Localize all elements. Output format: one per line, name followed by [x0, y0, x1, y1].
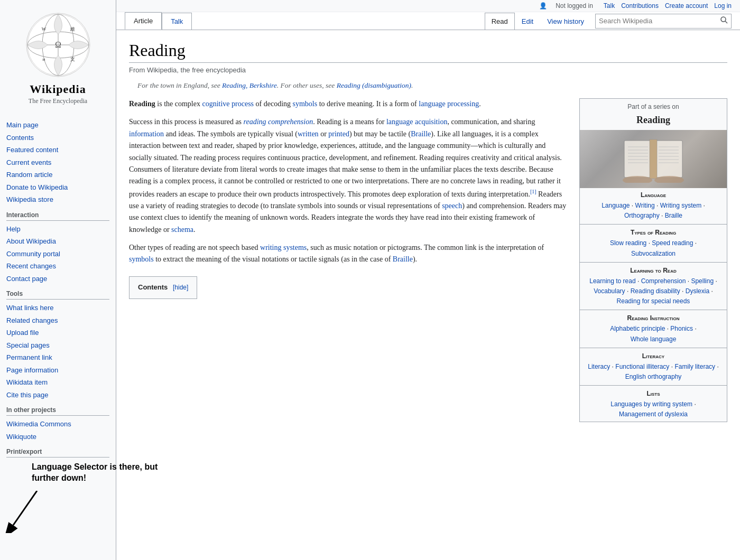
braille-link[interactable]: Braille	[411, 130, 431, 138]
talk-link[interactable]: Talk	[604, 2, 615, 10]
reading-disambiguation-link[interactable]: Reading (disambiguation)	[337, 81, 411, 89]
sidebar-item-help[interactable]: Help	[6, 223, 109, 236]
create-account-link[interactable]: Create account	[665, 2, 708, 10]
search-input[interactable]	[599, 17, 720, 25]
not-logged-in: Not logged in	[556, 2, 593, 10]
citation-1-link[interactable]: [1]	[530, 189, 536, 194]
sidebar-item-community[interactable]: Community portal	[6, 248, 109, 260]
annotation-arrow-icon	[5, 491, 48, 533]
view-tabs-and-search: Read Edit View history	[485, 12, 732, 30]
infobox-link-slow-reading[interactable]: Slow reading	[610, 239, 646, 247]
sidebar-item-wikiquote[interactable]: Wikiquote	[6, 431, 109, 443]
reading-berkshire-link[interactable]: Reading, Berkshire	[222, 81, 277, 89]
symbols-link[interactable]: symbols	[293, 100, 318, 108]
infobox-link-orthography[interactable]: Orthography	[624, 212, 660, 219]
printed-link[interactable]: printed	[328, 130, 349, 138]
infobox-separator-4	[580, 348, 727, 348]
language-processing-link[interactable]: language processing	[419, 100, 479, 108]
search-button[interactable]	[720, 16, 728, 25]
infobox-link-functional-illiteracy[interactable]: Functional illiteracy	[615, 363, 669, 370]
braille-link-2[interactable]: Braille	[393, 255, 413, 263]
tab-read[interactable]: Read	[485, 13, 515, 30]
writing-systems-link[interactable]: writing systems	[260, 244, 307, 251]
sidebar-item-page-info[interactable]: Page information	[6, 364, 109, 377]
infobox-link-spelling[interactable]: Spelling	[691, 277, 714, 285]
infobox-link-reading-disability[interactable]: Reading disability	[631, 287, 680, 295]
sidebar-item-permanent[interactable]: Permanent link	[6, 351, 109, 364]
infobox-link-languages-writing[interactable]: Languages by writing system	[610, 400, 692, 408]
infobox-link-comprehension[interactable]: Comprehension	[641, 277, 686, 285]
svg-rect-17	[650, 139, 657, 179]
infobox-link-vocabulary[interactable]: Vocabulary	[594, 287, 625, 295]
infobox-section-instruction: Reading Instruction	[580, 311, 727, 323]
paragraph-2: Success in this process is measured as r…	[129, 116, 569, 236]
sidebar-item-random[interactable]: Random article	[6, 169, 109, 181]
infobox-link-braille[interactable]: Braille	[665, 212, 682, 219]
infobox-link-alphabetic[interactable]: Alphabetic principle	[610, 325, 665, 332]
tab-view-history[interactable]: View history	[540, 13, 591, 30]
speech-link[interactable]: speech	[442, 202, 462, 210]
annotation-text: Language Selector is there, but further …	[32, 462, 158, 484]
sidebar-item-recent-changes[interactable]: Recent changes	[6, 260, 109, 273]
sidebar-item-contents[interactable]: Contents	[6, 132, 109, 144]
infobox-link-phonics[interactable]: Phonics	[670, 325, 693, 332]
sidebar-item-what-links[interactable]: What links here	[6, 302, 109, 314]
login-link[interactable]: Log in	[714, 2, 732, 10]
infobox-separator-3	[580, 310, 727, 310]
sidebar-item-special[interactable]: Special pages	[6, 339, 109, 352]
sidebar-item-commons[interactable]: Wikimedia Commons	[6, 418, 109, 431]
annotation-area: Language Selector is there, but further …	[0, 462, 116, 536]
schema-link[interactable]: schema	[171, 226, 193, 234]
cognitive-process-link[interactable]: cognitive process	[202, 100, 254, 108]
infobox-link-management-dyslexia[interactable]: Management of dyslexia	[619, 410, 688, 418]
sidebar-item-store[interactable]: Wikipedia store	[6, 193, 109, 206]
infobox-title: Reading	[580, 115, 727, 130]
contributions-link[interactable]: Contributions	[621, 2, 659, 10]
infobox-link-special-needs[interactable]: Reading for special needs	[617, 297, 690, 305]
infobox-link-english-orthography[interactable]: English orthography	[625, 373, 682, 380]
sidebar-item-featured[interactable]: Featured content	[6, 144, 109, 156]
content-area: Reading From Wikipedia, the free encyclo…	[116, 30, 740, 560]
symbols-link-2[interactable]: symbols	[129, 255, 154, 263]
sidebar-item-related-changes[interactable]: Related changes	[6, 314, 109, 327]
reading-comprehension-link[interactable]: reading comprehension	[244, 118, 313, 126]
infobox-section-learning: Learning to Read	[580, 264, 727, 275]
infobox-row-language: Language · Writing · Writing system · Or…	[580, 200, 727, 223]
tab-article[interactable]: Article	[125, 12, 162, 30]
svg-text:и: и	[42, 57, 45, 62]
written-link[interactable]: written	[298, 130, 319, 138]
language-acquisition-link[interactable]: language acquisition	[386, 118, 447, 126]
nav-section-main: Main page Contents Featured content Curr…	[0, 116, 116, 208]
article-text: Reading is the complex cognitive process…	[129, 98, 569, 422]
infobox-image	[580, 130, 727, 188]
infobox-link-literacy[interactable]: Literacy	[588, 363, 610, 370]
sidebar-item-current-events[interactable]: Current events	[6, 156, 109, 169]
infobox-link-speed-reading[interactable]: Speed reading	[652, 239, 693, 247]
user-links: 👤 Not logged in Talk Contributions Creat…	[539, 2, 732, 10]
sidebar-item-about[interactable]: About Wikipedia	[6, 235, 109, 248]
sidebar-item-donate[interactable]: Donate to Wikipedia	[6, 181, 109, 194]
sidebar-item-upload[interactable]: Upload file	[6, 326, 109, 339]
content-body: Reading is the complex cognitive process…	[129, 98, 727, 422]
information-link[interactable]: information	[129, 130, 164, 138]
infobox-link-language[interactable]: Language	[602, 202, 630, 209]
infobox-link-family-literacy[interactable]: Family literacy	[674, 363, 715, 370]
infobox-link-subvocalization[interactable]: Subvocalization	[631, 250, 676, 257]
sidebar-item-wikidata[interactable]: Wikidata item	[6, 376, 109, 389]
infobox-link-dyslexia[interactable]: Dyslexia	[686, 287, 709, 295]
svg-rect-16	[656, 141, 682, 178]
sidebar-item-main-page[interactable]: Main page	[6, 119, 109, 132]
infobox-link-writing[interactable]: Writing	[635, 202, 655, 209]
infobox-link-writing-system[interactable]: Writing system	[660, 202, 701, 209]
infobox-separator-1	[580, 224, 727, 225]
search-form	[595, 14, 732, 29]
page-tabs: Article Talk	[125, 12, 192, 30]
toc-hide-button[interactable]: [hide]	[173, 284, 188, 291]
infobox-link-learning[interactable]: Learning to read	[589, 277, 635, 285]
tab-edit[interactable]: Edit	[515, 13, 540, 30]
tab-talk[interactable]: Talk	[162, 13, 192, 30]
sidebar-item-cite[interactable]: Cite this page	[6, 389, 109, 402]
sidebar-item-contact[interactable]: Contact page	[6, 273, 109, 285]
infobox-link-whole-language[interactable]: Whole language	[631, 335, 677, 343]
nav-section-tools: Tools What links here Related changes Up…	[0, 287, 116, 403]
